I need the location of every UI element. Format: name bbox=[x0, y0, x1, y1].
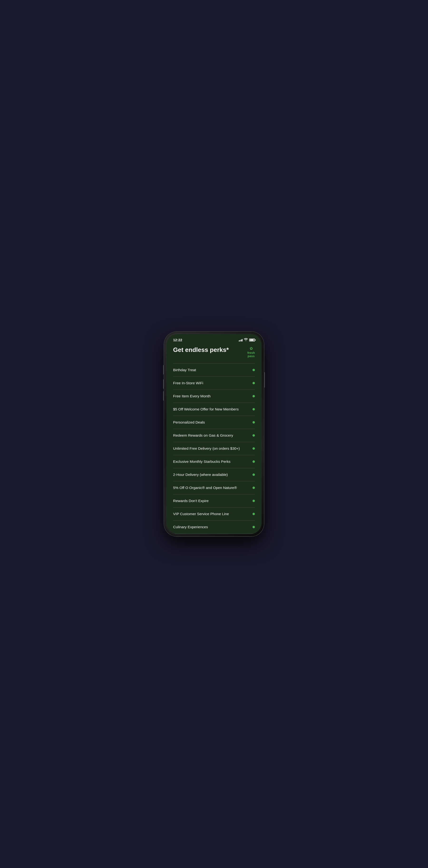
perk-dot-icon bbox=[253, 395, 255, 397]
perk-item: 5% Off O Organic® and Open Nature® bbox=[173, 482, 255, 494]
perk-label: Personalized Deals bbox=[173, 420, 250, 425]
logo-leaf-icon: ✿ bbox=[250, 346, 253, 351]
main-content[interactable]: Get endless perks* ✿ freshpass Birthday … bbox=[166, 344, 262, 534]
perk-item: Culinary Experiences bbox=[173, 521, 255, 534]
perk-label: Unlimited Free Delivery (on orders $30+) bbox=[173, 446, 250, 451]
perk-dot-icon bbox=[253, 473, 255, 476]
perk-dot-icon bbox=[253, 369, 255, 371]
phone-device: 12:22 bbox=[164, 332, 264, 536]
perk-label: Free Item Every Month bbox=[173, 394, 250, 398]
perk-dot-icon bbox=[253, 382, 255, 384]
perk-dot-icon bbox=[253, 500, 255, 502]
perk-label: Exclusive Monthly Starbucks Perks bbox=[173, 460, 250, 464]
perk-item: Rewards Don't Expire bbox=[173, 494, 255, 507]
phone-notch bbox=[199, 336, 229, 343]
perk-item: Exclusive Monthly Starbucks Perks bbox=[173, 455, 255, 468]
signal-icon bbox=[239, 339, 243, 341]
perk-dot-icon bbox=[253, 434, 255, 437]
page-header: Get endless perks* ✿ freshpass bbox=[173, 346, 255, 358]
perk-item: 2-Hour Delivery (where available) bbox=[173, 468, 255, 482]
perk-item: Free Item Every Month bbox=[173, 390, 255, 403]
perk-item: Personalized Deals bbox=[173, 416, 255, 429]
perk-label: VIP Customer Service Phone Line bbox=[173, 512, 250, 516]
perk-item: $5 Off Welcome Offer for New Members bbox=[173, 403, 255, 416]
perk-dot-icon bbox=[253, 447, 255, 450]
perk-label: Free In-Store WiFi bbox=[173, 381, 250, 385]
perk-item: Birthday Treat bbox=[173, 363, 255, 377]
page-title: Get endless perks* bbox=[173, 346, 245, 353]
perk-dot-icon bbox=[253, 513, 255, 515]
perk-label: Culinary Experiences bbox=[173, 525, 250, 529]
perk-label: Redeem Rewards on Gas & Grocery bbox=[173, 433, 250, 438]
perk-label: Birthday Treat bbox=[173, 368, 250, 372]
perk-item: Unlimited Free Delivery (on orders $30+) bbox=[173, 442, 255, 455]
status-time: 12:22 bbox=[173, 338, 182, 342]
perk-dot-icon bbox=[253, 526, 255, 528]
status-icons bbox=[239, 338, 255, 342]
phone-screen: 12:22 bbox=[166, 334, 262, 534]
perks-list: Birthday TreatFree In-Store WiFiFree Ite… bbox=[173, 363, 255, 534]
freshpass-logo: ✿ freshpass bbox=[247, 346, 255, 358]
perk-label: 2-Hour Delivery (where available) bbox=[173, 472, 250, 477]
perk-dot-icon bbox=[253, 408, 255, 410]
perk-label: $5 Off Welcome Offer for New Members bbox=[173, 407, 250, 411]
perk-label: Rewards Don't Expire bbox=[173, 499, 250, 503]
perk-label: 5% Off O Organic® and Open Nature® bbox=[173, 486, 250, 490]
perk-dot-icon bbox=[253, 421, 255, 424]
wifi-icon bbox=[244, 338, 248, 342]
perk-item: Redeem Rewards on Gas & Grocery bbox=[173, 429, 255, 442]
screen-content: 12:22 bbox=[166, 334, 262, 534]
battery-icon bbox=[249, 339, 255, 341]
perk-dot-icon bbox=[253, 487, 255, 489]
perk-item: VIP Customer Service Phone Line bbox=[173, 507, 255, 521]
perk-dot-icon bbox=[253, 460, 255, 463]
logo-text: freshpass bbox=[247, 351, 255, 358]
perk-item: Free In-Store WiFi bbox=[173, 377, 255, 390]
